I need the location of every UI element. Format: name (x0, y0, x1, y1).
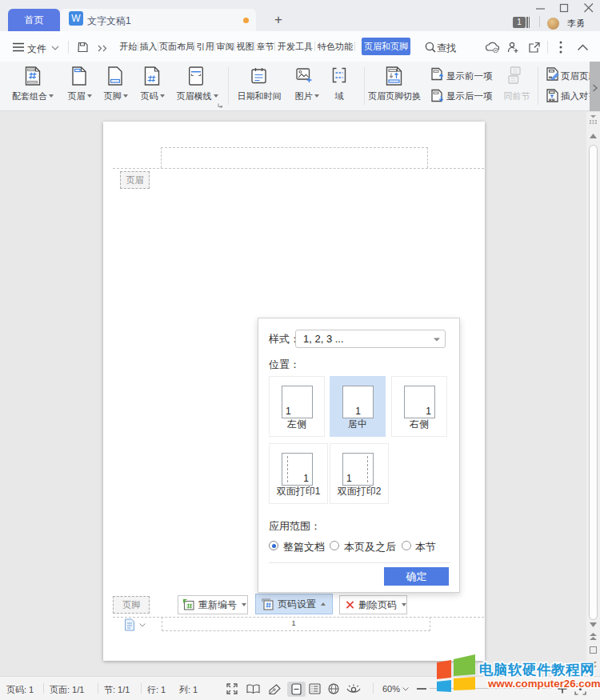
svg-text:www.computer26.com: www.computer26.com (487, 678, 600, 690)
svg-text:电脑软硬件教程网: 电脑软硬件教程网 (479, 662, 594, 678)
